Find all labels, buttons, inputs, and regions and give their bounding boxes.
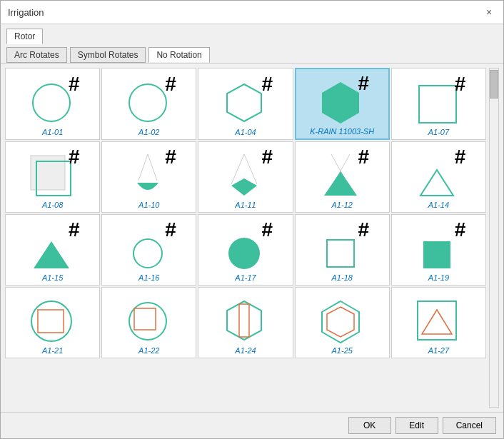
ok-button[interactable]: OK xyxy=(348,417,391,434)
symbol-a1-11[interactable]: # A1-11 xyxy=(198,141,293,213)
tab-rotor[interactable]: Rotor xyxy=(6,29,43,44)
svg-marker-14 xyxy=(324,171,357,196)
svg-rect-24 xyxy=(134,308,156,330)
symbol-a1-01[interactable]: # A1-01 xyxy=(5,68,100,140)
svg-rect-26 xyxy=(239,304,249,337)
dialog-title: Irrigation xyxy=(8,7,44,18)
cancel-button[interactable]: Cancel xyxy=(443,417,496,434)
symbol-label-a1-08: A1-08 xyxy=(9,201,96,209)
svg-rect-20 xyxy=(423,241,450,268)
svg-point-18 xyxy=(228,238,260,269)
symbol-a1-07[interactable]: # A1-07 xyxy=(391,68,486,140)
symbol-a1-12[interactable]: # A1-12 xyxy=(295,141,390,213)
symbol-label-a1-11: A1-11 xyxy=(201,201,289,209)
symbol-label-a1-10: A1-10 xyxy=(105,201,193,209)
subtab-row: Arc Rotates Symbol Rotates No Rotation xyxy=(6,47,498,63)
symbol-label-k-rain: K-RAIN 11003-SH xyxy=(299,127,385,136)
main-tab-row: Rotor xyxy=(6,29,498,44)
svg-point-0 xyxy=(33,84,70,121)
symbol-label-a1-18: A1-18 xyxy=(298,273,386,282)
symbol-label-a1-22: A1-22 xyxy=(105,346,193,355)
svg-marker-16 xyxy=(34,241,69,268)
scrollbar[interactable] xyxy=(489,68,499,408)
symbol-a1-18[interactable]: # A1-18 xyxy=(295,214,390,286)
footer: OK Edit Cancel xyxy=(1,412,503,438)
symbol-a1-10[interactable]: # A1-10 xyxy=(101,141,196,213)
symbol-label-a1-25: A1-25 xyxy=(298,346,386,355)
symbol-label-a1-14: A1-14 xyxy=(395,201,483,209)
symbol-label-a1-07: A1-07 xyxy=(395,128,483,136)
symbol-label-a1-17: A1-17 xyxy=(201,273,289,282)
symbol-a1-21[interactable]: A1-21 xyxy=(5,287,100,358)
subtab-symbol-rotates[interactable]: Symbol Rotates xyxy=(70,47,146,63)
symbol-grid-area: # A1-01 # A1-02 xyxy=(5,68,486,408)
symbol-a1-15[interactable]: # A1-15 xyxy=(5,214,100,286)
svg-point-1 xyxy=(129,84,166,121)
svg-rect-4 xyxy=(419,86,456,123)
svg-line-8 xyxy=(148,154,157,181)
subtab-arc-rotates[interactable]: Arc Rotates xyxy=(6,47,67,63)
svg-rect-22 xyxy=(38,310,64,333)
symbol-a1-27[interactable]: A1-27 xyxy=(391,287,486,358)
subtab-no-rotation[interactable]: No Rotation xyxy=(148,47,209,63)
close-button[interactable]: × xyxy=(482,5,496,19)
svg-marker-30 xyxy=(422,310,452,334)
content-area: # A1-01 # A1-02 xyxy=(1,64,503,412)
symbol-a1-08[interactable]: # A1-08 xyxy=(5,141,100,213)
svg-marker-15 xyxy=(420,170,453,196)
svg-marker-3 xyxy=(322,82,359,123)
svg-line-7 xyxy=(138,154,148,181)
symbol-a1-22[interactable]: A1-22 xyxy=(101,287,196,358)
svg-rect-19 xyxy=(327,240,354,267)
svg-marker-28 xyxy=(327,307,354,337)
tab-area: Rotor Arc Rotates Symbol Rotates No Rota… xyxy=(1,24,503,64)
svg-marker-25 xyxy=(227,301,261,340)
symbol-label-a1-12: A1-12 xyxy=(298,201,386,209)
symbol-label-a1-04: A1-04 xyxy=(201,128,289,136)
symbol-a1-25[interactable]: A1-25 xyxy=(295,287,390,358)
symbol-label-a1-15: A1-15 xyxy=(9,273,96,282)
symbol-a1-19[interactable]: # A1-19 xyxy=(391,214,486,286)
symbol-a1-04[interactable]: # A1-04 xyxy=(198,68,293,140)
title-bar: Irrigation × xyxy=(1,1,503,24)
symbol-a1-14[interactable]: # A1-14 xyxy=(391,141,486,213)
symbol-label-a1-16: A1-16 xyxy=(105,273,193,282)
svg-marker-11 xyxy=(231,178,257,196)
symbol-grid: # A1-01 # A1-02 xyxy=(5,68,486,358)
symbol-a1-24[interactable]: A1-24 xyxy=(198,287,293,358)
symbol-a1-02[interactable]: # A1-02 xyxy=(101,68,196,140)
symbol-label-a1-01: A1-01 xyxy=(9,128,96,136)
irrigation-dialog: Irrigation × Rotor Arc Rotates Symbol Ro… xyxy=(0,0,504,439)
symbol-label-a1-19: A1-19 xyxy=(395,273,483,282)
symbol-k-rain[interactable]: # K-RAIN 11003-SH xyxy=(295,68,390,140)
svg-point-17 xyxy=(133,239,162,268)
symbol-a1-16[interactable]: # A1-16 xyxy=(101,214,196,286)
edit-button[interactable]: Edit xyxy=(395,417,438,434)
symbol-label-a1-27: A1-27 xyxy=(395,346,483,355)
symbol-a1-17[interactable]: # A1-17 xyxy=(198,214,293,286)
symbol-label-a1-02: A1-02 xyxy=(105,128,193,136)
symbol-label-a1-21: A1-21 xyxy=(9,346,96,355)
symbol-label-a1-24: A1-24 xyxy=(201,346,289,355)
svg-marker-2 xyxy=(227,84,261,121)
